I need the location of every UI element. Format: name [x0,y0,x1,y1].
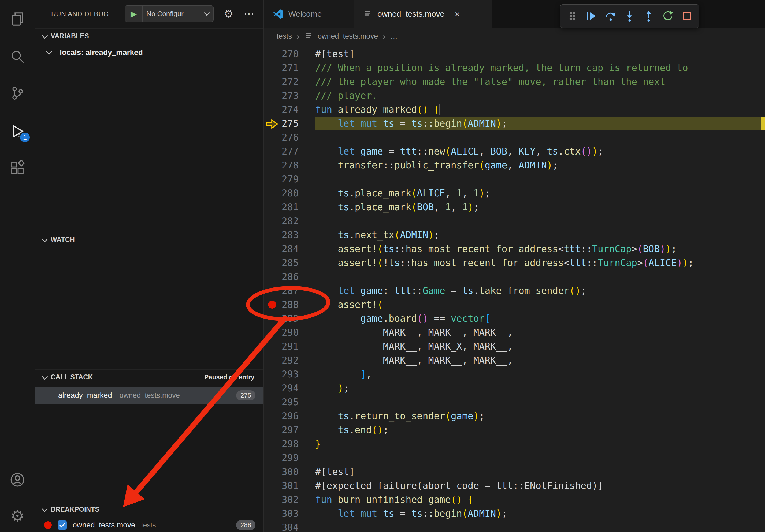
gutter-line-287[interactable]: 287 [264,284,315,298]
code-line-285[interactable]: 285 assert!(!ts::has_most_recent_for_add… [264,256,765,270]
gutter-line-299[interactable]: 299 [264,451,315,465]
gutter-line-283[interactable]: 283 [264,228,315,242]
gutter-line-271[interactable]: 271 [264,61,315,75]
code-line-272[interactable]: 272/// the player who made the "false" m… [264,75,765,89]
overview-ruler-current-line-marker[interactable] [761,117,765,131]
gutter-line-304[interactable]: 304 [264,520,315,532]
debug-configuration-dropdown[interactable]: ▶ No Configur [125,5,214,22]
variables-scope-row[interactable]: locals: already_marked [35,45,264,60]
code-line-302[interactable]: 302fun burn_unfinished_game() { [264,493,765,507]
breadcrumb-file[interactable]: owned_tests.move [318,32,378,40]
code-line-282[interactable]: 282 [264,214,765,228]
code-line-294[interactable]: 294 ); [264,381,765,395]
toolbar-grip-icon[interactable] [563,7,581,25]
code-line-279[interactable]: 279 [264,172,765,186]
code-line-276[interactable]: 276 [264,131,765,144]
gutter-line-286[interactable]: 286 [264,270,315,284]
gutter-line-294[interactable]: 294 [264,381,315,395]
tab-welcome[interactable]: Welcome [264,0,355,28]
gutter-line-303[interactable]: 303 [264,507,315,520]
gutter-line-273[interactable]: 273 [264,89,315,103]
explorer-icon[interactable] [0,5,35,33]
code-line-297[interactable]: 297 ts.end(); [264,423,765,437]
search-icon[interactable] [0,43,35,71]
code-line-287[interactable]: 287 let game: ttt::Game = ts.take_from_s… [264,284,765,298]
gutter-line-292[interactable]: 292 [264,353,315,367]
code-line-270[interactable]: 270#[test] [264,47,765,61]
code-line-293[interactable]: 293 ], [264,367,765,381]
gutter-line-284[interactable]: 284 [264,242,315,256]
gutter-line-295[interactable]: 295 [264,395,315,409]
gutter-line-280[interactable]: 280 [264,186,315,200]
breadcrumb-folder[interactable]: tests [277,32,292,40]
code-line-278[interactable]: 278 transfer::public_transfer(game, ADMI… [264,158,765,172]
code-line-273[interactable]: 273/// player. [264,89,765,103]
gutter-line-290[interactable]: 290 [264,326,315,339]
code-line-291[interactable]: 291 MARK__, MARK_X, MARK__, [264,339,765,353]
code-line-289[interactable]: 289 game.board() == vector[ [264,312,765,326]
gutter-line-302[interactable]: 302 [264,493,315,507]
code-line-274[interactable]: 274fun already_marked() { [264,103,765,117]
source-control-icon[interactable] [0,79,35,107]
gutter-line-288[interactable]: 288 [264,298,315,312]
gutter-line-278[interactable]: 278 [264,158,315,172]
code-line-298[interactable]: 298} [264,437,765,451]
gutter-line-300[interactable]: 300 [264,465,315,479]
step-into-button[interactable] [620,7,639,25]
watch-section-header[interactable]: WATCH [35,232,264,247]
breakpoint-list-item[interactable]: owned_tests.move tests 288 [35,518,264,532]
variables-section-header[interactable]: VARIABLES [35,28,264,43]
gutter-line-289[interactable]: 289 [264,312,315,326]
gutter-line-301[interactable]: 301 [264,479,315,493]
code-line-271[interactable]: 271/// When a position is already marked… [264,61,765,75]
gutter-line-293[interactable]: 293 [264,367,315,381]
start-debugging-icon[interactable]: ▶ [125,6,143,22]
code-line-281[interactable]: 281 ts.place_mark(BOB, 1, 1); [264,200,765,214]
code-line-300[interactable]: 300#[test] [264,465,765,479]
more-actions-icon[interactable]: ⋯ [244,8,255,20]
code-editor[interactable]: 270#[test]271/// When a position is alre… [264,45,765,532]
account-icon[interactable] [0,466,35,494]
code-line-295[interactable]: 295 [264,395,765,409]
restart-button[interactable] [659,7,677,25]
breadcrumb-symbol-more[interactable]: … [390,32,397,40]
gutter-line-270[interactable]: 270 [264,47,315,61]
breakpoint-dot-icon[interactable] [268,301,276,309]
tab-owned-tests-move[interactable]: owned_tests.move × [355,0,492,28]
close-icon[interactable]: × [454,9,460,19]
gutter-line-297[interactable]: 297 [264,423,315,437]
code-line-299[interactable]: 299 [264,451,765,465]
gutter-line-275[interactable]: 275 [264,117,315,131]
code-line-290[interactable]: 290 MARK__, MARK__, MARK__, [264,326,765,339]
code-line-280[interactable]: 280 ts.place_mark(ALICE, 1, 1); [264,186,765,200]
extensions-icon[interactable] [0,154,35,182]
step-over-button[interactable] [601,7,620,25]
code-line-288[interactable]: 288 assert!( [264,298,765,312]
gutter-line-279[interactable]: 279 [264,172,315,186]
step-out-button[interactable] [640,7,658,25]
code-line-283[interactable]: 283 ts.next_tx(ADMIN); [264,228,765,242]
code-line-304[interactable]: 304 [264,520,765,532]
debug-settings-gear-icon[interactable]: ⚙ [224,8,234,20]
code-line-292[interactable]: 292 MARK__, MARK__, MARK__, [264,353,765,367]
breakpoint-checkbox[interactable] [58,520,67,530]
stop-button[interactable] [678,7,696,25]
gutter-line-291[interactable]: 291 [264,339,315,353]
call-stack-frame-row[interactable]: already_marked owned_tests.move 275 [35,387,264,404]
gutter-line-276[interactable]: 276 [264,131,315,144]
code-line-275[interactable]: 275 let mut ts = ts::begin(ADMIN); [264,117,765,131]
gutter-line-277[interactable]: 277 [264,144,315,158]
code-line-296[interactable]: 296 ts.return_to_sender(game); [264,409,765,423]
call-stack-section-header[interactable]: CALL STACK Paused on entry [35,370,264,385]
code-line-286[interactable]: 286 [264,270,765,284]
code-line-277[interactable]: 277 let game = ttt::new(ALICE, BOB, KEY,… [264,144,765,158]
gutter-line-285[interactable]: 285 [264,256,315,270]
code-line-301[interactable]: 301#[expected_failure(abort_code = ttt::… [264,479,765,493]
gutter-line-296[interactable]: 296 [264,409,315,423]
gutter-line-274[interactable]: 274 [264,103,315,117]
gutter-line-281[interactable]: 281 [264,200,315,214]
gutter-line-298[interactable]: 298 [264,437,315,451]
gutter-line-272[interactable]: 272 [264,75,315,89]
continue-button[interactable] [582,7,600,25]
code-line-284[interactable]: 284 assert!(ts::has_most_recent_for_addr… [264,242,765,256]
